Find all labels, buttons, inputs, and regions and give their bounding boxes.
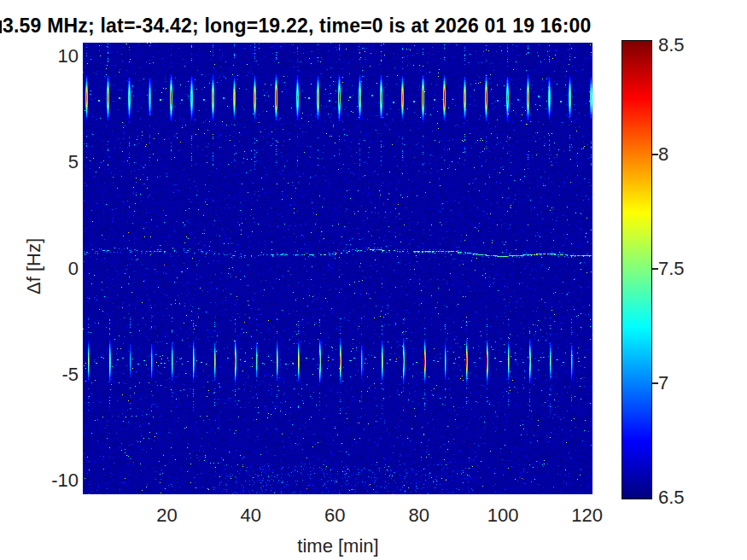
- x-tick-label: 20: [132, 505, 201, 527]
- colorbar-tick: [652, 268, 658, 270]
- y-tick-label: -5: [24, 364, 79, 386]
- colorbar-gradient: [622, 41, 651, 499]
- colorbar-tick-label: 7.5: [658, 258, 701, 280]
- spectrogram-canvas: [83, 43, 592, 494]
- colorbar-tick-label: 7: [658, 372, 701, 394]
- figure: 3.59 MHz; lat=-34.42; long=19.22, time=0…: [0, 0, 747, 560]
- y-tick-label: 0: [24, 258, 79, 280]
- colorbar: [622, 40, 652, 499]
- colorbar-tick: [652, 154, 658, 155]
- x-axis-label: time [min]: [297, 535, 378, 557]
- x-tick-label: 60: [301, 505, 369, 527]
- y-tick-label: 5: [24, 151, 79, 173]
- x-tick-label: 100: [469, 505, 537, 527]
- plot-title: 3.59 MHz; lat=-34.42; long=19.22, time=0…: [3, 15, 592, 38]
- x-tick-label: 80: [385, 505, 453, 527]
- x-tick-label: 120: [553, 505, 622, 527]
- colorbar-tick-label: 8.5: [658, 34, 701, 56]
- colorbar-tick-label: 8: [658, 143, 701, 166]
- colorbar-tick-label: 6.5: [658, 487, 701, 509]
- title-cut-sliver: [0, 20, 2, 33]
- x-tick-label: 40: [217, 505, 285, 527]
- y-tick-label: 10: [24, 45, 79, 67]
- colorbar-tick: [652, 382, 658, 384]
- y-tick-label: -10: [24, 470, 79, 492]
